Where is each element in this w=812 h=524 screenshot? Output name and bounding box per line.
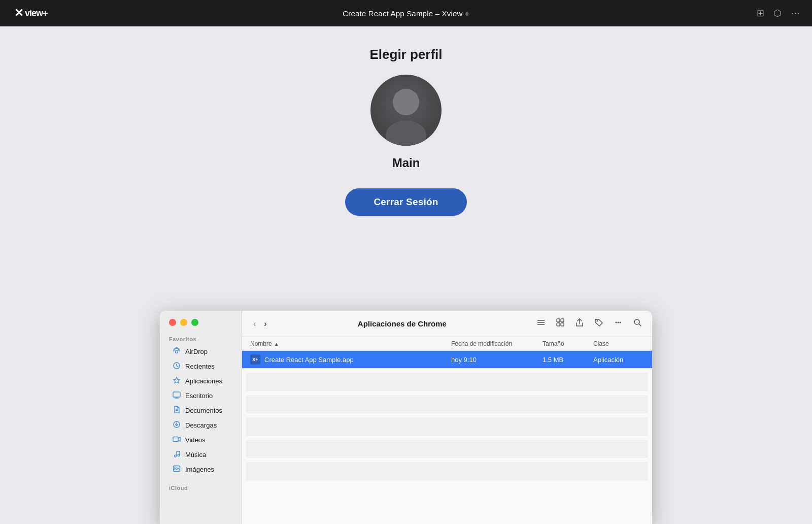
sidebar-item-escritorio[interactable]: Escritorio (163, 388, 239, 403)
table-row[interactable]: X+ Create React App Sample.app hoy 9:10 … (242, 351, 652, 369)
sidebar-item-documentos-label: Documentos (185, 407, 222, 414)
finder-toolbar: ‹ › Aplicaciones de Chrome (242, 311, 652, 337)
page-title: Elegir perfil (369, 47, 442, 62)
file-list: X+ Create React App Sample.app hoy 9:10 … (242, 351, 652, 524)
svg-point-21 (597, 320, 598, 322)
recientes-icon (172, 362, 181, 371)
share-button[interactable] (573, 316, 586, 332)
airdrop-icon (172, 347, 181, 356)
svg-point-13 (175, 467, 176, 469)
table-row (246, 373, 648, 391)
sidebar-item-escritorio-label: Escritorio (185, 392, 213, 400)
sidebar-item-airdrop-label: AirDrop (185, 348, 208, 355)
sidebar-item-descargas-label: Descargas (185, 421, 217, 429)
forward-button[interactable]: › (261, 317, 269, 331)
grid-view-button[interactable] (554, 316, 567, 332)
profile-section: Elegir perfil Main Cerrar Sesión (345, 47, 466, 216)
app-logo: ✕view+ (14, 7, 48, 20)
sidebar-item-aplicaciones-label: Aplicaciones (185, 377, 222, 385)
titlebar: ✕view+ Create React App Sample – Xview +… (0, 0, 812, 26)
sidebar-item-airdrop[interactable]: AirDrop (163, 344, 239, 359)
svg-line-26 (639, 324, 641, 326)
svg-rect-18 (561, 319, 564, 322)
extension-icon[interactable]: ⬡ (773, 8, 782, 19)
svg-rect-20 (561, 323, 564, 326)
more-button[interactable] (612, 316, 625, 332)
sidebar-item-imagenes-label: Imágenes (185, 466, 214, 473)
finder-location-title: Aplicaciones de Chrome (279, 319, 525, 328)
svg-rect-17 (557, 319, 560, 322)
svg-point-23 (618, 322, 619, 323)
tag-button[interactable] (592, 316, 605, 332)
descargas-icon (172, 420, 181, 430)
svg-point-0 (176, 351, 178, 353)
svg-point-24 (620, 322, 621, 323)
imagenes-icon (172, 465, 181, 474)
file-name: Create React App Sample.app (264, 356, 354, 364)
main-content: Elegir perfil Main Cerrar Sesión Favorit… (0, 26, 812, 524)
table-row (246, 462, 648, 480)
sidebar-item-aplicaciones[interactable]: Aplicaciones (163, 374, 239, 388)
sidebar-item-documentos[interactable]: Documentos (163, 403, 239, 418)
file-kind: Aplicación (593, 356, 644, 364)
file-icon: X+ (250, 354, 260, 365)
name-column-header[interactable]: Nombre ▲ (250, 340, 451, 347)
finder-main: ‹ › Aplicaciones de Chrome (242, 311, 652, 524)
sidebar-item-videos[interactable]: Videos (163, 433, 239, 447)
svg-rect-2 (173, 392, 180, 397)
sidebar-item-recientes-label: Recientes (185, 363, 215, 370)
logo-x-icon: ✕ (14, 7, 23, 20)
minimize-button[interactable] (180, 319, 187, 326)
sidebar-item-musica-label: Música (185, 451, 206, 458)
back-button[interactable]: ‹ (250, 317, 259, 331)
titlebar-actions: ⊞ ⬡ ⋯ (757, 8, 800, 19)
file-size: 1.5 MB (543, 356, 593, 364)
logout-button[interactable]: Cerrar Sesión (345, 188, 466, 216)
toolbar-nav: ‹ › (250, 317, 270, 331)
traffic-lights (160, 319, 242, 332)
icloud-section-label: iCloud (160, 481, 242, 493)
maximize-button[interactable] (191, 319, 198, 326)
logo-text: view+ (25, 8, 48, 19)
close-button[interactable] (169, 319, 176, 326)
list-view-button[interactable] (534, 316, 548, 332)
profile-name: Main (392, 156, 420, 170)
menu-dots-icon[interactable]: ⋯ (791, 8, 800, 19)
search-button[interactable] (631, 316, 644, 332)
file-modified: hoy 9:10 (451, 356, 543, 364)
svg-point-22 (616, 322, 617, 323)
svg-rect-9 (173, 437, 178, 442)
finder-window: Favoritos AirDrop (160, 311, 652, 524)
avatar (370, 75, 442, 146)
table-row (246, 417, 648, 436)
translate-icon[interactable]: ⊞ (757, 8, 764, 19)
escritorio-icon (172, 391, 181, 401)
sidebar-item-recientes[interactable]: Recientes (163, 359, 239, 374)
musica-icon (172, 450, 181, 460)
sidebar-item-descargas[interactable]: Descargas (163, 418, 239, 433)
file-list-header: Nombre ▲ Fecha de modificación Tamaño Cl… (242, 337, 652, 351)
kind-column-header[interactable]: Clase (593, 340, 644, 347)
documentos-icon (172, 406, 181, 415)
sidebar-item-videos-label: Videos (185, 436, 206, 444)
size-column-header[interactable]: Tamaño (543, 340, 593, 347)
svg-rect-19 (557, 323, 560, 326)
table-row (246, 440, 648, 458)
videos-icon (172, 435, 181, 445)
window-title: Create React App Sample – Xview + (343, 9, 469, 18)
modified-column-header[interactable]: Fecha de modificación (451, 340, 543, 347)
sidebar-item-musica[interactable]: Música (163, 447, 239, 462)
favorites-section-label: Favoritos (160, 332, 242, 344)
toolbar-actions (534, 316, 644, 332)
sidebar-item-imagenes[interactable]: Imágenes (163, 462, 239, 477)
file-name-cell: X+ Create React App Sample.app (250, 354, 451, 365)
aplicaciones-icon (172, 376, 181, 386)
avatar-head (393, 89, 419, 115)
finder-sidebar: Favoritos AirDrop (160, 311, 242, 524)
avatar-body (386, 120, 426, 146)
table-row (246, 395, 648, 413)
